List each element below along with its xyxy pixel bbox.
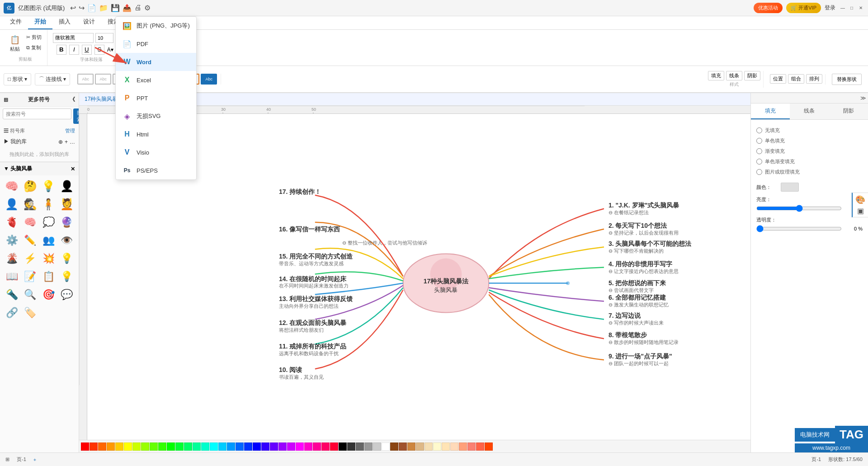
- color-cell-14[interactable]: [201, 442, 209, 451]
- color-cell-27[interactable]: [313, 442, 321, 451]
- color-cell-28[interactable]: [321, 442, 330, 451]
- color-cell-30[interactable]: [339, 442, 347, 451]
- bold-button[interactable]: B: [57, 45, 66, 55]
- color-cell-21[interactable]: [261, 442, 269, 451]
- tab-insert[interactable]: 插入: [52, 15, 77, 29]
- save-icon[interactable]: 💾: [111, 4, 120, 12]
- color-cell-41[interactable]: [433, 442, 441, 451]
- brain-icon-6[interactable]: 🕵️: [22, 196, 38, 212]
- brain-icon-26[interactable]: 🔍: [22, 287, 38, 303]
- brain-icon-17[interactable]: 🌋: [4, 250, 20, 267]
- minimize-button[interactable]: —: [839, 5, 846, 12]
- brain-icon-27[interactable]: 🎯: [40, 287, 57, 303]
- color-cell-0[interactable]: [81, 442, 89, 451]
- brain-icon-23[interactable]: 📋: [40, 268, 57, 285]
- export-menu-item-1[interactable]: 📄PDF: [116, 35, 196, 53]
- rp-tab-shadow[interactable]: 阴影: [829, 104, 868, 119]
- brain-icon-21[interactable]: 📖: [4, 268, 20, 285]
- brain-icon-22[interactable]: 📝: [22, 268, 38, 285]
- color-cell-45[interactable]: [467, 442, 476, 451]
- maximize-button[interactable]: □: [848, 5, 855, 12]
- font-size-input[interactable]: [95, 33, 113, 43]
- brain-icon-11[interactable]: 💭: [40, 214, 57, 231]
- brain-icon-3[interactable]: 💡: [40, 178, 57, 194]
- shape-style-2[interactable]: Abc: [95, 74, 111, 85]
- color-cell-8[interactable]: [150, 442, 158, 451]
- color-cell-6[interactable]: [132, 442, 141, 451]
- color-swatch[interactable]: [781, 183, 799, 192]
- color-cell-44[interactable]: [459, 442, 467, 451]
- color-cell-5[interactable]: [124, 442, 132, 451]
- color-cell-4[interactable]: [115, 442, 123, 451]
- color-cell-32[interactable]: [356, 442, 364, 451]
- italic-button[interactable]: I: [69, 45, 79, 55]
- color-cell-36[interactable]: [390, 442, 398, 451]
- export-menu-item-8[interactable]: PsPS/EPS: [116, 161, 196, 179]
- color-cell-12[interactable]: [184, 442, 192, 451]
- fill-button[interactable]: 填充: [708, 71, 724, 80]
- brain-icon-19[interactable]: 💥: [40, 250, 57, 267]
- brain-icon-12[interactable]: 🔮: [59, 214, 75, 231]
- color-cell-16[interactable]: [218, 442, 226, 451]
- color-cell-33[interactable]: [364, 442, 373, 451]
- connector-dropdown-button[interactable]: ⌒ 连接线 ▾: [35, 73, 70, 85]
- symbol-search-input[interactable]: [3, 108, 71, 119]
- color-cell-29[interactable]: [330, 442, 338, 451]
- export-menu-item-6[interactable]: HHtml: [116, 125, 196, 143]
- manage-link[interactable]: 管理: [65, 127, 75, 134]
- tab-home[interactable]: 开始: [28, 15, 52, 29]
- color-cell-47[interactable]: [485, 442, 493, 451]
- collapse-icon[interactable]: 《: [70, 96, 75, 104]
- color-cell-9[interactable]: [158, 442, 166, 451]
- solid-fill-option[interactable]: 单色填充: [756, 136, 863, 146]
- shape-dropdown-button[interactable]: □ 形状 ▾: [4, 73, 31, 85]
- shape-style-1[interactable]: Abc: [77, 74, 94, 85]
- cut-button[interactable]: ✂剪切: [24, 33, 43, 42]
- brain-icon-28[interactable]: 💬: [59, 287, 75, 303]
- rp-tab-fill[interactable]: 填充: [751, 104, 790, 119]
- brain-icon-20[interactable]: 💡: [59, 250, 75, 267]
- color-cell-42[interactable]: [442, 442, 450, 451]
- font-color-button[interactable]: A▾: [107, 47, 113, 53]
- color-cell-24[interactable]: [287, 442, 295, 451]
- brain-icon-24[interactable]: 💡: [59, 268, 75, 285]
- rp-tab-line[interactable]: 线条: [790, 104, 829, 119]
- color-cell-11[interactable]: [175, 442, 184, 451]
- color-cell-22[interactable]: [270, 442, 278, 451]
- color-cell-19[interactable]: [244, 442, 252, 451]
- brain-icon-7[interactable]: 🧍: [40, 196, 57, 212]
- right-panel-expand-icon[interactable]: ≫: [860, 95, 866, 101]
- undo-icon[interactable]: ↩: [70, 4, 76, 12]
- underline-button[interactable]: U: [82, 45, 92, 55]
- color-cell-7[interactable]: [141, 442, 149, 451]
- font-name-input[interactable]: [53, 33, 94, 43]
- print-icon[interactable]: 🖨: [134, 4, 142, 12]
- color-cell-15[interactable]: [210, 442, 218, 451]
- brain-icon-30[interactable]: 🏷️: [22, 305, 38, 321]
- tab-design[interactable]: 设计: [77, 15, 101, 29]
- export-menu-item-5[interactable]: ◈无损SVG: [116, 107, 196, 125]
- brain-icon-9[interactable]: 🫀: [4, 214, 20, 231]
- brain-icon-13[interactable]: ⚙️: [4, 232, 20, 249]
- export-icon[interactable]: 📤: [123, 4, 132, 12]
- add-mine-icon[interactable]: ⊕: [58, 139, 63, 145]
- brain-icon-15[interactable]: 👥: [40, 232, 57, 249]
- redo-icon[interactable]: ↪: [79, 4, 85, 12]
- brain-icon-2[interactable]: 🤔: [22, 178, 38, 194]
- strikethrough-button[interactable]: S: [94, 45, 104, 55]
- login-button[interactable]: 登录: [825, 4, 835, 12]
- close-button[interactable]: ✕: [857, 5, 864, 12]
- export-menu-item-3[interactable]: XExcel: [116, 71, 196, 89]
- color-cell-40[interactable]: [425, 442, 433, 451]
- color-cell-18[interactable]: [236, 442, 244, 451]
- right-nav-style-icon[interactable]: ▣: [857, 207, 864, 215]
- more-mine-icon[interactable]: …: [70, 139, 75, 145]
- color-cell-37[interactable]: [399, 442, 407, 451]
- color-cell-46[interactable]: [476, 442, 484, 451]
- color-cell-25[interactable]: [296, 442, 304, 451]
- export-menu-item-0[interactable]: 🖼️图片 (PNG、JPG等): [116, 17, 196, 35]
- color-cell-35[interactable]: [382, 442, 390, 451]
- brain-icon-29[interactable]: 🔗: [4, 305, 20, 321]
- brain-icon-5[interactable]: 👤: [4, 196, 20, 212]
- no-fill-option[interactable]: 无填充: [756, 125, 863, 136]
